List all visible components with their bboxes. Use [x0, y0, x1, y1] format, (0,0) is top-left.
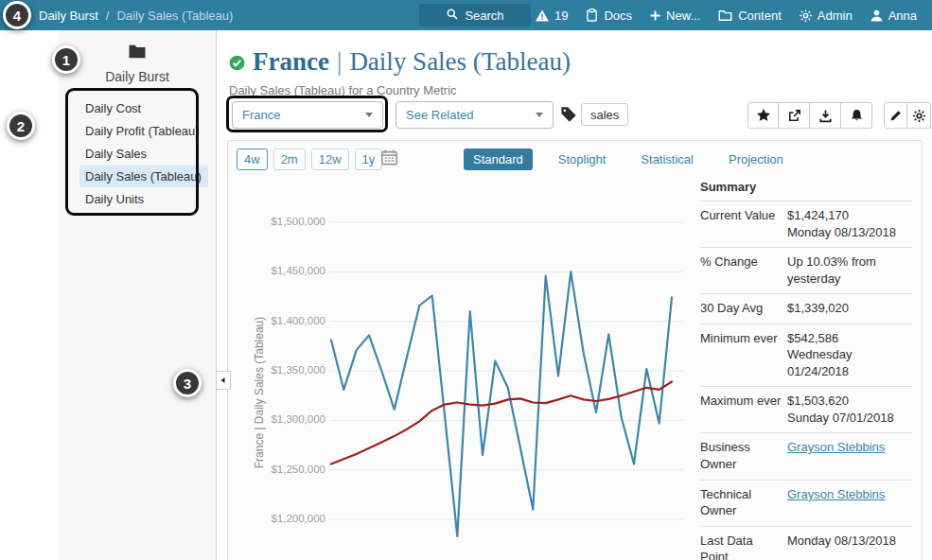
- sidebar-folder-header[interactable]: Daily Burst: [59, 30, 216, 84]
- chart-plot[interactable]: [329, 180, 683, 560]
- favorite-button[interactable]: [747, 102, 779, 129]
- breadcrumb-separator: /: [106, 9, 110, 23]
- bell-icon: [850, 108, 864, 123]
- search-icon: [446, 8, 459, 24]
- chart-view-tabs: StandardStoplightStatisticalProjection: [464, 149, 793, 170]
- summary-panel: Summary Current Value $1,424,170Monday 0…: [700, 180, 912, 560]
- callout-badge-2: 2: [7, 112, 35, 140]
- download-button[interactable]: [810, 102, 841, 129]
- certified-check-icon: [229, 48, 245, 78]
- page-subtitle: Daily Sales (Tableau) for a Country Metr…: [229, 83, 571, 97]
- search-button[interactable]: Search: [419, 4, 531, 26]
- summary-row-value: Grayson Stebbins: [787, 486, 912, 519]
- search-label: Search: [465, 9, 503, 23]
- chart-view-tab[interactable]: Stoplight: [549, 149, 616, 170]
- summary-row: Last Data Point Monday 08/13/2018: [700, 527, 912, 560]
- app-window: Daily Burst / Daily Sales (Tableau) Sear…: [0, 0, 932, 560]
- chevron-down-icon: [365, 113, 373, 117]
- alerts-menu-item[interactable]: 19: [535, 9, 568, 23]
- summary-row: Maximum ever $1,503,620Sunday 07/01/2018: [700, 387, 912, 433]
- breadcrumb-page: Daily Sales (Tableau): [116, 9, 233, 23]
- sidebar-item[interactable]: Daily Sales: [79, 143, 208, 165]
- sidebar-item[interactable]: Daily Profit (Tableau): [79, 120, 208, 142]
- time-range-button[interactable]: 12w: [311, 149, 349, 170]
- summary-row-value: $1,424,170Monday 08/13/2018: [787, 207, 912, 240]
- edit-button[interactable]: [884, 102, 907, 129]
- callout-badge-3: 3: [173, 369, 202, 397]
- plus-icon: [649, 9, 661, 22]
- dimension-select[interactable]: France: [232, 101, 383, 129]
- summary-row-label: Last Data Point: [700, 533, 783, 560]
- docs-label: Docs: [604, 9, 632, 23]
- summary-row-value: Up 10.03% from yesterday: [787, 254, 912, 287]
- edit-toolbar: [884, 102, 931, 129]
- callout-badge-4: 4: [3, 1, 31, 29]
- folder-icon: [717, 9, 733, 23]
- navbar-menu: 19 Docs New... Content: [535, 0, 917, 30]
- sidebar-item[interactable]: Daily Cost: [79, 97, 208, 119]
- y-axis-tick-label: $1,450,000: [263, 265, 325, 276]
- summary-row-value: $1,339,020: [787, 300, 912, 317]
- admin-menu-item[interactable]: Admin: [799, 9, 853, 23]
- gear-icon: [799, 9, 813, 23]
- summary-row: Current Value $1,424,170Monday 08/13/201…: [700, 201, 912, 248]
- series-daily-value: [331, 271, 672, 536]
- pencil-icon: [889, 109, 903, 122]
- star-icon: [756, 108, 771, 123]
- new-menu-item[interactable]: New...: [649, 9, 700, 23]
- summary-row-label: Maximum ever: [700, 393, 783, 426]
- summary-row: Minimum ever $542,586Wednesday 01/24/201…: [700, 324, 912, 388]
- calendar-icon[interactable]: [380, 149, 398, 166]
- content-label: Content: [738, 9, 782, 23]
- download-icon: [818, 109, 833, 123]
- y-axis-tick-label: $1,350,000: [263, 364, 325, 376]
- settings-button[interactable]: [907, 102, 931, 129]
- user-menu-item[interactable]: Anna: [870, 9, 917, 23]
- share-button[interactable]: [779, 102, 810, 129]
- sidebar-item[interactable]: Daily Sales (Tableau): [79, 166, 208, 187]
- callout-badge-1: 1: [52, 45, 80, 74]
- time-range-button[interactable]: 4w: [237, 149, 268, 170]
- warning-icon: [535, 9, 550, 23]
- y-axis-tick-label: $1,500,000: [263, 216, 325, 227]
- new-label: New...: [666, 9, 700, 23]
- gear-icon: [912, 109, 926, 123]
- chevron-down-icon: [536, 113, 543, 117]
- sidebar-item[interactable]: Daily Units: [79, 188, 208, 210]
- summary-row-label: % Change: [700, 254, 783, 287]
- metric-toolbar: [747, 102, 872, 129]
- alert-button[interactable]: [841, 102, 872, 129]
- summary-row-value: $1,503,620Sunday 07/01/2018: [787, 393, 912, 426]
- metric-sidebar: Daily Burst Daily CostDaily Profit (Tabl…: [59, 30, 217, 560]
- time-range-button[interactable]: 2m: [273, 149, 306, 170]
- summary-row-label: 30 Day Avg: [700, 300, 783, 317]
- y-axis-tick-label: $1,250,000: [263, 464, 325, 475]
- see-related-select[interactable]: See Related: [396, 101, 554, 129]
- summary-row-label: Business Owner: [700, 439, 783, 472]
- docs-menu-item[interactable]: Docs: [585, 8, 632, 23]
- admin-label: Admin: [818, 9, 853, 23]
- content-menu-item[interactable]: Content: [717, 9, 782, 23]
- summary-row: Business Owner Grayson Stebbins: [700, 433, 912, 480]
- user-label: Anna: [888, 9, 917, 23]
- summary-row: Technical Owner Grayson Stebbins: [700, 481, 912, 527]
- page-title-separator: |: [337, 47, 342, 77]
- chart-view-tab[interactable]: Statistical: [631, 149, 703, 170]
- sidebar-collapse-handle[interactable]: [217, 371, 231, 390]
- summary-row-value: $542,586Wednesday 01/24/2018: [787, 330, 912, 380]
- summary-row-label: Current Value: [700, 207, 783, 240]
- summary-title: Summary: [700, 180, 912, 201]
- series-30-day-average: [331, 382, 672, 464]
- summary-row-value: Grayson Stebbins: [787, 439, 912, 472]
- clipboard-icon: [585, 8, 599, 23]
- collapse-left-icon: [220, 376, 227, 385]
- tag-chip[interactable]: sales: [581, 103, 628, 126]
- page-title-dimension: France: [253, 47, 329, 77]
- breadcrumb-location[interactable]: Daily Burst: [39, 9, 98, 23]
- sidebar-folder-label: Daily Burst: [59, 69, 216, 84]
- chart-view-tab[interactable]: Projection: [719, 149, 793, 170]
- page-title-metric: Daily Sales (Tableau): [349, 47, 571, 77]
- user-icon: [870, 9, 884, 23]
- y-axis-tick-label: $1,200,000: [263, 513, 325, 524]
- chart-view-tab[interactable]: Standard: [464, 149, 533, 170]
